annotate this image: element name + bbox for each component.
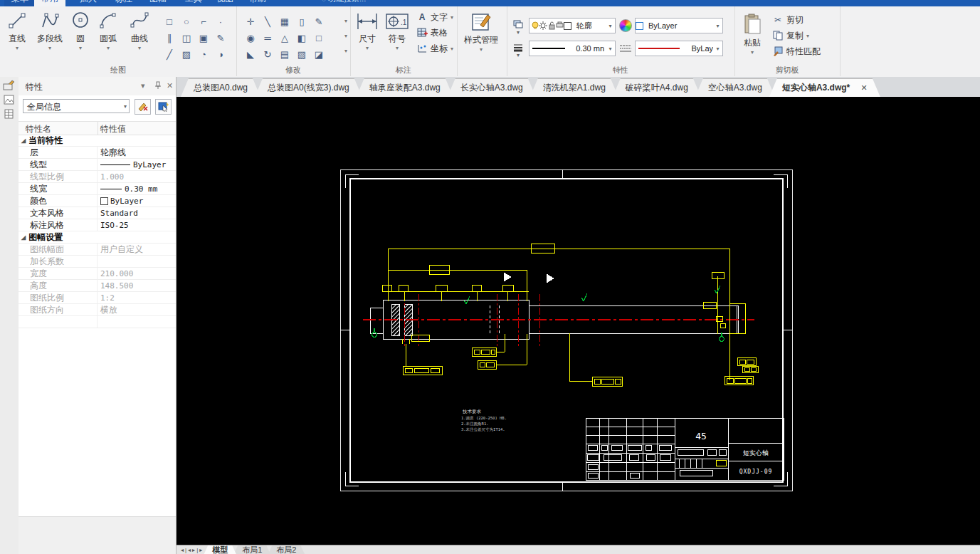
ellipse-icon[interactable]: ○ [178, 14, 195, 30]
lineweight-select[interactable]: 0.30 mn ▾ [529, 41, 616, 56]
rotate-icon[interactable]: ↻ [259, 46, 276, 63]
property-value[interactable]: 轮廓线 [98, 147, 176, 158]
sketch-pencil-icon[interactable]: ✎ [212, 30, 229, 46]
menu-tab-help[interactable]: 帮助 [242, 0, 273, 6]
donut-icon[interactable]: ◔ [195, 46, 212, 63]
hatch-edit-icon[interactable]: ▧ [293, 46, 310, 63]
chevron-down-icon[interactable]: ▾ [451, 16, 453, 20]
chevron-down-icon[interactable]: ▾ [480, 48, 483, 52]
menu-tab-app[interactable]: 菜单 [4, 0, 36, 6]
doc-tab-active[interactable]: 短实心轴A3.dwg* ✕ [769, 78, 880, 97]
layer-select[interactable]: 轮廓 ▾ [529, 18, 616, 33]
property-value[interactable]: ByLayer [98, 159, 176, 170]
close-icon[interactable]: ✕ [167, 81, 173, 90]
layout1-tab[interactable]: 布局1 [233, 545, 270, 554]
chevron-down-icon[interactable]: ▾ [48, 46, 51, 51]
offset-icon[interactable]: ═ [259, 30, 276, 46]
layer-tool-button[interactable]: ▾ [512, 19, 524, 36]
last-layout-icon[interactable]: |▸ [196, 547, 204, 553]
doc-tab[interactable]: 总装图A0.dwg [181, 78, 260, 97]
close-icon[interactable]: ✕ [861, 83, 868, 92]
properties-palette-icon[interactable] [3, 80, 16, 91]
paste-button[interactable]: 粘贴 ▾ [739, 9, 766, 69]
text-button[interactable]: A 文字 ▾ [413, 9, 456, 25]
chevron-down-icon[interactable]: ▾ [713, 46, 722, 52]
table-button[interactable]: 表格 [413, 25, 456, 41]
construction-line-icon[interactable]: ╱ [161, 46, 178, 63]
revision-cloud-icon[interactable]: ◑ [212, 46, 229, 63]
chevron-down-icon[interactable]: ▾ [451, 47, 453, 51]
property-value[interactable]: 0.30 mm [98, 183, 176, 194]
match-properties-button[interactable]: 特性匹配 [769, 43, 823, 59]
chevron-down-icon[interactable]: ▾ [344, 18, 347, 24]
color-wheel-icon[interactable] [619, 19, 632, 32]
spline-button[interactable]: 曲线 ▾ [124, 6, 155, 66]
pin-icon[interactable] [154, 81, 162, 91]
chamfer-icon[interactable]: ◣ [242, 46, 259, 63]
chevron-down-icon[interactable]: ▾ [141, 81, 145, 90]
group-header-sheet[interactable]: ◢图幅设置 [19, 231, 176, 244]
chevron-down-icon[interactable]: ▾ [606, 46, 615, 52]
property-value[interactable]: 210.000 [98, 268, 176, 279]
property-value[interactable] [98, 256, 176, 267]
chevron-down-icon[interactable]: ▾ [606, 23, 615, 29]
style-manager-button[interactable]: 样式管理 ▾ [458, 8, 504, 68]
drawing-canvas[interactable]: 技术要求 1.调质 (220-250) HB. 2.未注圆角R1. 3.未注公差… [176, 97, 980, 545]
chevron-down-icon[interactable]: ▾ [396, 46, 399, 51]
hatch-icon[interactable]: ▨ [178, 46, 195, 63]
chevron-down-icon[interactable]: ▾ [344, 33, 347, 39]
model-tab[interactable]: 模型 [204, 545, 236, 554]
copy-button[interactable]: 复制 ▾ [769, 28, 823, 43]
cut-button[interactable]: ✂ 剪切 [769, 12, 823, 28]
property-value[interactable]: Standard [98, 207, 176, 219]
menu-tab-tools[interactable]: 工具 [178, 0, 209, 6]
rectangle-edit-icon[interactable]: □ [310, 30, 327, 46]
menu-tab-view[interactable]: 视图 [209, 0, 241, 6]
rectangle-icon[interactable]: □ [161, 14, 178, 30]
doc-tab[interactable]: 清洗机架A1.dwg [530, 78, 618, 97]
property-value[interactable]: 用户自定义 [98, 244, 176, 255]
edit-pencil-icon[interactable]: ✎ [310, 14, 327, 30]
coordinate-button[interactable]: 坐标 ▾ [413, 41, 456, 56]
dimension-button[interactable]: 尺寸 ▾ [353, 8, 381, 68]
region-icon[interactable]: ◫ [178, 30, 195, 46]
menu-tab-insert[interactable]: 插入 [73, 0, 104, 6]
layout2-tab[interactable]: 布局2 [268, 545, 305, 554]
property-value[interactable]: 横放 [98, 304, 176, 315]
point-icon[interactable]: · [212, 14, 229, 30]
property-value[interactable]: ISO-25 [98, 219, 176, 231]
chevron-down-icon[interactable]: ▾ [713, 23, 722, 29]
chevron-down-icon[interactable]: ▾ [79, 46, 82, 51]
chevron-down-icon[interactable]: ▾ [124, 100, 127, 114]
stretch-icon[interactable]: ▤ [276, 46, 293, 63]
menu-tab-dimension[interactable]: 标注 [108, 0, 139, 6]
linetype-stack-icon[interactable] [619, 44, 632, 53]
arc-button[interactable]: 圆弧 ▾ [93, 6, 124, 66]
chevron-down-icon[interactable]: ▾ [344, 48, 347, 54]
doc-tab[interactable]: 破碎桨叶A4.dwg [613, 78, 701, 97]
circle-button[interactable]: 圆 ▾ [68, 6, 93, 66]
clear-selection-button[interactable] [135, 99, 151, 115]
property-value[interactable] [98, 316, 176, 328]
chevron-down-icon[interactable]: ▾ [517, 29, 520, 36]
doc-tab[interactable]: 轴承座装配A3.dwg [357, 78, 453, 97]
block-icon[interactable]: ▣ [195, 30, 212, 46]
chevron-down-icon[interactable]: ▾ [16, 46, 19, 51]
lineweight-tool-button[interactable]: ▾ [512, 43, 524, 58]
erase-icon[interactable]: ▯ [293, 14, 310, 30]
polyline-button[interactable]: 多段线 ▾ [31, 6, 68, 66]
break-icon[interactable]: ╲ [259, 14, 276, 30]
image-palette-icon[interactable] [3, 94, 16, 105]
chevron-down-icon[interactable]: ▾ [751, 51, 754, 55]
property-scope-select[interactable]: 全局信息 ▾ [23, 99, 130, 113]
property-value[interactable]: 1.000 [98, 171, 176, 182]
array-icon[interactable]: ▦ [276, 14, 293, 30]
move-icon[interactable]: ✛ [242, 14, 259, 30]
first-layout-icon[interactable]: ◂| [181, 547, 188, 553]
chevron-down-icon[interactable]: ▾ [806, 34, 809, 38]
chevron-down-icon[interactable]: ▾ [517, 52, 520, 58]
property-value[interactable]: 148.500 [98, 280, 176, 291]
doc-tab[interactable]: 空心轴A3.dwg [695, 78, 775, 97]
parallel-lines-icon[interactable]: ∥ [161, 30, 178, 46]
mirror-icon[interactable]: △ [276, 30, 293, 46]
